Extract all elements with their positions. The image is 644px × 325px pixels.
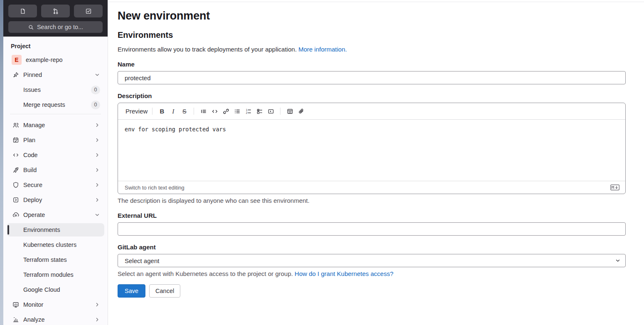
- italic-icon: I: [172, 108, 174, 115]
- chevron-right-icon: [94, 182, 100, 188]
- task-done-icon: [85, 8, 92, 15]
- code-icon: [211, 108, 218, 115]
- chevron-right-icon: [94, 317, 100, 323]
- bold-button[interactable]: B: [156, 106, 167, 117]
- bold-icon: B: [160, 108, 164, 115]
- attach-file-icon: [298, 108, 305, 115]
- external-url-input[interactable]: [118, 222, 626, 236]
- insert-link-button[interactable]: [220, 106, 231, 117]
- app-window: Search or go to... Project E example-rep…: [0, 0, 644, 325]
- sidebar-item-analyze[interactable]: Analyze: [7, 313, 104, 325]
- markdown-footer: Switch to rich text editing: [118, 181, 625, 194]
- description-editor: Preview B I S 12: [118, 103, 626, 194]
- collapsible-section-button[interactable]: [265, 106, 276, 117]
- monitor-icon: [12, 301, 19, 308]
- strikethrough-icon: S: [182, 108, 187, 115]
- chevron-right-icon: [94, 197, 100, 203]
- page-title: New environment: [118, 10, 626, 22]
- italic-button[interactable]: I: [167, 106, 179, 117]
- form-actions: Save Cancel: [118, 284, 626, 298]
- environments-heading: Environments: [118, 30, 626, 40]
- quote-button[interactable]: [198, 106, 209, 117]
- chart-icon: [12, 316, 19, 323]
- task-list-button[interactable]: [254, 106, 265, 117]
- issues-button[interactable]: [8, 5, 37, 17]
- sidebar-item-deploy[interactable]: Deploy: [7, 193, 104, 207]
- users-icon: [12, 122, 19, 128]
- search-placeholder: Search or go to...: [37, 24, 83, 30]
- merge-requests-count-badge: 0: [91, 101, 100, 109]
- svg-text:1: 1: [246, 108, 248, 111]
- chevron-right-icon: [94, 137, 100, 143]
- toolbar-divider: [194, 108, 194, 115]
- numbered-list-button[interactable]: 12: [243, 106, 254, 117]
- markdown-toolbar: Preview B I S 12: [118, 103, 625, 120]
- description-label: Description: [118, 92, 626, 99]
- sidebar-item-google-cloud[interactable]: Google Cloud: [7, 283, 104, 296]
- sidebar-item-secure[interactable]: Secure: [7, 178, 104, 192]
- sidebar-item-code[interactable]: Code: [7, 148, 104, 162]
- sidebar-item-pinned[interactable]: Pinned: [7, 68, 104, 81]
- chevron-right-icon: [94, 152, 100, 158]
- todos-button[interactable]: [74, 5, 103, 17]
- insert-table-button[interactable]: [284, 106, 295, 117]
- project-avatar: E: [12, 55, 22, 65]
- task-list-icon: [256, 108, 263, 115]
- issues-count-badge: 0: [91, 86, 100, 94]
- sidebar-item-merge-requests[interactable]: Merge requests 0: [7, 98, 104, 111]
- strikethrough-button[interactable]: S: [179, 106, 190, 117]
- sidebar-divider: [10, 114, 101, 114]
- more-information-link[interactable]: More information.: [298, 46, 347, 53]
- search-input[interactable]: Search or go to...: [8, 21, 103, 33]
- kubernetes-access-link[interactable]: How do I grant Kubernetes access?: [295, 270, 393, 277]
- chevron-down-icon: [94, 72, 100, 78]
- sidebar-item-operate[interactable]: Operate: [7, 208, 104, 222]
- cancel-button[interactable]: Cancel: [149, 284, 180, 298]
- main-content: New environment Environments Environment…: [108, 0, 644, 325]
- toolbar-divider: [280, 108, 280, 115]
- sidebar-item-build[interactable]: Build: [7, 163, 104, 177]
- table-icon: [287, 108, 293, 115]
- save-button[interactable]: Save: [118, 284, 145, 298]
- external-url-label: External URL: [118, 212, 626, 219]
- toolbar-divider: [152, 108, 152, 115]
- sidebar-item-manage[interactable]: Manage: [7, 118, 104, 132]
- sidebar-item-plan[interactable]: Plan: [7, 133, 104, 147]
- deploy-icon: [12, 197, 19, 203]
- intro-text: Environments allow you to track deployme…: [118, 46, 626, 53]
- attach-file-button[interactable]: [295, 106, 307, 117]
- pinned-label: Pinned: [23, 71, 94, 78]
- sidebar-item-terraform-modules[interactable]: Terraform modules: [7, 268, 104, 281]
- agent-help-text: Select an agent with Kubernetes access t…: [118, 270, 626, 277]
- name-label: Name: [118, 61, 626, 68]
- numbered-list-icon: 12: [245, 108, 252, 115]
- merge-requests-button[interactable]: [41, 5, 70, 17]
- markdown-icon: [610, 185, 619, 190]
- merge-request-icon: [52, 8, 59, 15]
- chevron-right-icon: [94, 167, 100, 173]
- sidebar-item-issues[interactable]: Issues 0: [7, 83, 104, 96]
- link-icon: [223, 108, 229, 115]
- insert-code-button[interactable]: [209, 106, 220, 117]
- issues-icon: [20, 8, 26, 15]
- sidebar-item-monitor[interactable]: Monitor: [7, 298, 104, 311]
- cloud-pod-icon: [12, 212, 19, 218]
- svg-text:2: 2: [246, 111, 248, 114]
- sidebar-item-project[interactable]: E example-repo: [7, 53, 104, 66]
- project-section-label: Project: [3, 37, 108, 53]
- sidebar-header: Search or go to...: [3, 0, 108, 37]
- preview-tab[interactable]: Preview: [125, 108, 148, 115]
- sidebar-item-environments[interactable]: Environments: [7, 223, 104, 236]
- sidebar-item-terraform-states[interactable]: Terraform states: [7, 253, 104, 266]
- sidebar-item-kubernetes-clusters[interactable]: Kubernetes clusters: [7, 238, 104, 251]
- gitlab-agent-label: GitLab agent: [118, 244, 626, 251]
- switch-rich-text-link[interactable]: Switch to rich text editing: [125, 185, 184, 191]
- sidebar: Search or go to... Project E example-rep…: [3, 0, 108, 325]
- chevron-right-icon: [94, 302, 100, 308]
- description-textarea[interactable]: env for scoping protected vars: [118, 120, 625, 181]
- name-input[interactable]: [118, 71, 626, 84]
- calendar-icon: [12, 137, 19, 143]
- bullet-list-button[interactable]: [231, 106, 243, 117]
- code-icon: [12, 152, 19, 158]
- gitlab-agent-select[interactable]: Select agent: [118, 254, 626, 267]
